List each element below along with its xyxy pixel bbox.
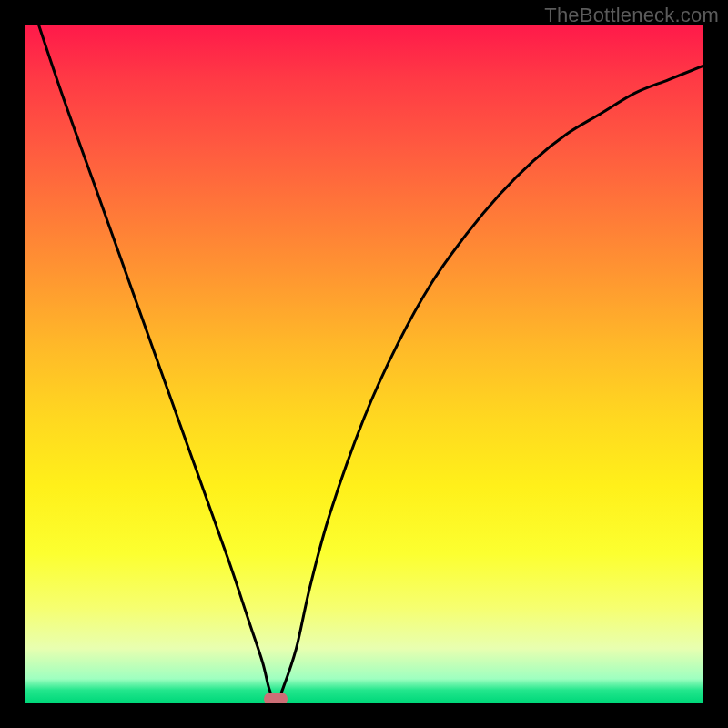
watermark-text: TheBottleneck.com	[544, 4, 719, 27]
bottleneck-curve	[25, 25, 703, 703]
optimal-point-marker	[264, 693, 288, 703]
plot-area	[25, 25, 703, 703]
chart-frame: TheBottleneck.com	[0, 0, 728, 728]
